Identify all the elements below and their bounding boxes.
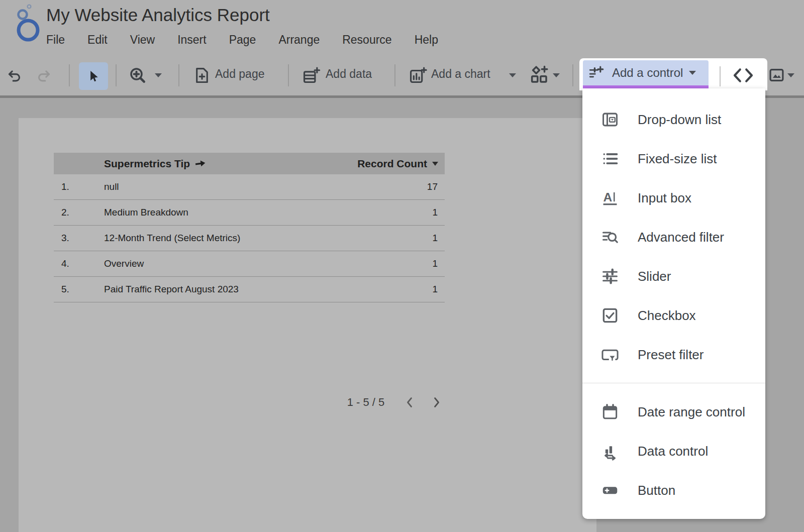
row-metric-value: 1 [432, 233, 438, 244]
column-header-metric[interactable]: Record Count [357, 158, 427, 170]
image-tool-caret-icon[interactable] [787, 73, 794, 77]
menu-file[interactable]: File [46, 33, 65, 47]
redo-icon[interactable] [35, 67, 52, 84]
add-chart-caret-icon[interactable] [509, 73, 516, 77]
menu-item-label: Slider [638, 269, 671, 284]
pagination-prev-button[interactable] [398, 392, 421, 412]
menu-item-label: Input box [638, 190, 691, 206]
pagination-next-button[interactable] [426, 392, 448, 412]
pagination-range: 1 - 5 / 5 [338, 396, 393, 409]
menu-item-preset-filter[interactable]: Preset filter [582, 335, 765, 374]
slider-icon [600, 267, 620, 286]
add-data-label[interactable]: Add data [326, 67, 372, 81]
looker-studio-logo-icon[interactable] [12, 2, 43, 43]
report-title[interactable]: My Website Analytics Report [46, 5, 270, 25]
menu-arrange[interactable]: Arrange [278, 33, 320, 47]
embed-code-icon[interactable] [731, 63, 756, 87]
menu-help[interactable]: Help [415, 33, 438, 47]
add-chart-icon[interactable] [408, 66, 427, 85]
table-row: 5. Paid Traffic Report August 2023 1 [54, 277, 445, 302]
menu-divider [582, 383, 765, 383]
menubar: File Edit View Insert Page Arrange Resou… [46, 33, 438, 47]
date-range-icon [600, 402, 620, 421]
preset-filter-icon [600, 345, 620, 364]
fixed-size-list-icon [600, 149, 620, 168]
row-dimension-value: Paid Traffic Report August 2023 [104, 284, 239, 295]
add-data-icon[interactable] [301, 66, 321, 85]
select-tool-button[interactable] [79, 62, 108, 90]
add-control-label: Add a control [612, 66, 683, 80]
table-header-row[interactable]: Supermetrics Tip Record Count [54, 153, 445, 174]
menu-item-drop-down-list[interactable]: Drop-down list [582, 100, 765, 139]
table-pagination: 1 - 5 / 5 [338, 392, 448, 412]
add-control-button[interactable]: Add a control [583, 60, 709, 85]
menu-item-label: Preset filter [638, 347, 704, 363]
community-visualizations-caret-icon[interactable] [553, 73, 560, 77]
menu-insert[interactable]: Insert [177, 33, 207, 47]
menu-item-label: Data control [638, 444, 708, 459]
report-table[interactable]: Supermetrics Tip Record Count 1. null [54, 153, 445, 302]
add-control-menu: Drop-down list Fixed-size list A Input b… [582, 88, 765, 519]
menu-item-data-control[interactable]: Data control [582, 432, 765, 471]
menu-edit[interactable]: Edit [87, 33, 108, 47]
menu-item-button[interactable]: Button [582, 471, 765, 510]
toolbar-divider [69, 64, 70, 86]
row-index: 4. [61, 258, 76, 269]
row-dimension-value: 12-Month Trend (Select Metrics) [104, 233, 240, 244]
cursor-icon [86, 69, 100, 84]
button-icon [600, 481, 620, 500]
add-page-icon[interactable] [192, 66, 212, 85]
advanced-filter-icon [600, 228, 620, 247]
zoom-tool-caret-icon[interactable] [155, 73, 162, 77]
table-row: 2. Medium Breakdown 1 [54, 200, 445, 226]
svg-text:A: A [604, 190, 613, 204]
report-page[interactable]: Supermetrics Tip Record Count 1. null [19, 118, 596, 532]
toolbar-divider [394, 64, 395, 86]
add-page-label[interactable]: Add page [215, 67, 264, 81]
image-tool-icon[interactable] [768, 66, 785, 84]
drop-down-list-icon [600, 110, 620, 129]
app-header: My Website Analytics Report File Edit Vi… [0, 0, 804, 55]
column-header-dimension[interactable]: Supermetrics Tip [104, 158, 190, 170]
row-metric-value: 1 [432, 207, 438, 218]
menu-item-label: Button [638, 483, 675, 498]
menu-resource[interactable]: Resource [342, 33, 391, 47]
menu-item-slider[interactable]: Slider [582, 257, 765, 296]
row-metric-value: 1 [432, 258, 438, 269]
menu-item-checkbox[interactable]: Checkbox [582, 296, 765, 335]
menu-item-label: Advanced filter [638, 230, 724, 245]
community-visualizations-icon[interactable] [529, 65, 550, 86]
row-dimension-value: Medium Breakdown [104, 207, 188, 218]
arrow-right-icon [194, 158, 207, 168]
menu-item-label: Drop-down list [638, 112, 721, 128]
menu-item-date-range-control[interactable]: Date range control [582, 392, 765, 432]
undo-icon[interactable] [6, 67, 23, 84]
menu-item-label: Fixed-size list [638, 151, 717, 167]
table-row: 4. Overview 1 [54, 251, 445, 277]
chevron-left-icon [405, 396, 415, 409]
row-index: 5. [61, 284, 76, 295]
table-row: 3. 12-Month Trend (Select Metrics) 1 [54, 226, 445, 251]
add-control-caret-icon [689, 71, 696, 75]
sort-desc-icon[interactable] [432, 162, 438, 166]
row-dimension-value: Overview [104, 258, 144, 269]
menu-item-fixed-size-list[interactable]: Fixed-size list [582, 139, 765, 178]
menu-page[interactable]: Page [229, 33, 256, 47]
add-control-highlight-area: Add a control [579, 58, 767, 90]
menu-item-label: Date range control [638, 404, 745, 420]
menu-item-input-box[interactable]: A Input box [582, 178, 765, 218]
row-dimension-value: null [104, 181, 119, 192]
add-chart-label[interactable]: Add a chart [431, 67, 490, 81]
menu-item-advanced-filter[interactable]: Advanced filter [582, 218, 765, 257]
toolbar-divider [178, 64, 179, 86]
toolbar-divider [116, 64, 117, 86]
menu-view[interactable]: View [130, 33, 155, 47]
looker-studio-editor: My Website Analytics Report File Edit Vi… [0, 0, 804, 532]
row-metric-value: 1 [432, 284, 438, 295]
add-control-icon [588, 64, 605, 81]
zoom-tool-icon[interactable] [128, 65, 148, 85]
row-index: 3. [61, 233, 76, 244]
menu-item-label: Checkbox [638, 308, 696, 324]
table-row: 1. null 17 [54, 174, 445, 200]
toolbar-divider [288, 64, 289, 86]
